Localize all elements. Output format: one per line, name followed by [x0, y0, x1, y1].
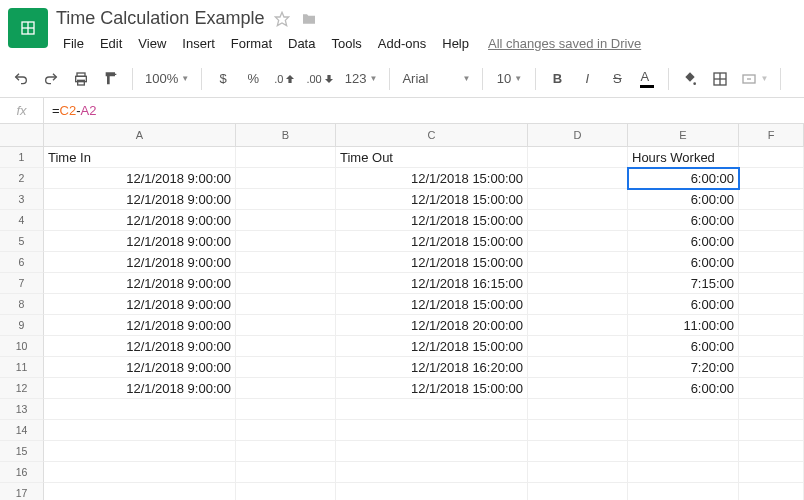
cell[interactable]: [628, 420, 739, 441]
cell[interactable]: [739, 168, 804, 189]
cell[interactable]: 12/1/2018 9:00:00: [44, 336, 236, 357]
cell[interactable]: 6:00:00: [628, 378, 739, 399]
row-header[interactable]: 13: [0, 399, 44, 420]
cell[interactable]: 12/1/2018 20:00:00: [336, 315, 528, 336]
cell[interactable]: 7:20:00: [628, 357, 739, 378]
cell[interactable]: 12/1/2018 16:15:00: [336, 273, 528, 294]
cell[interactable]: [628, 399, 739, 420]
cell[interactable]: [236, 315, 336, 336]
cell[interactable]: 6:00:00: [628, 336, 739, 357]
row-header[interactable]: 6: [0, 252, 44, 273]
menu-data[interactable]: Data: [281, 33, 322, 54]
cell[interactable]: [236, 231, 336, 252]
cell[interactable]: 12/1/2018 9:00:00: [44, 252, 236, 273]
cell[interactable]: [739, 357, 804, 378]
redo-icon[interactable]: [38, 65, 64, 93]
cell[interactable]: 12/1/2018 15:00:00: [336, 294, 528, 315]
menu-view[interactable]: View: [131, 33, 173, 54]
cell[interactable]: [528, 483, 628, 500]
cell[interactable]: [336, 462, 528, 483]
cell[interactable]: 12/1/2018 9:00:00: [44, 273, 236, 294]
cell[interactable]: 12/1/2018 15:00:00: [336, 168, 528, 189]
cell[interactable]: [739, 189, 804, 210]
font-size-dropdown[interactable]: 10▼: [491, 65, 527, 93]
font-family-dropdown[interactable]: Arial▼: [398, 65, 474, 93]
row-header[interactable]: 9: [0, 315, 44, 336]
fill-color-icon[interactable]: [677, 65, 703, 93]
row-header[interactable]: 15: [0, 441, 44, 462]
cell[interactable]: 6:00:00: [628, 210, 739, 231]
cell[interactable]: [528, 357, 628, 378]
cell[interactable]: 11:00:00: [628, 315, 739, 336]
cell[interactable]: 12/1/2018 15:00:00: [336, 231, 528, 252]
undo-icon[interactable]: [8, 65, 34, 93]
cell[interactable]: Time In: [44, 147, 236, 168]
cell[interactable]: 12/1/2018 9:00:00: [44, 357, 236, 378]
menu-file[interactable]: File: [56, 33, 91, 54]
menu-format[interactable]: Format: [224, 33, 279, 54]
cell[interactable]: [739, 315, 804, 336]
row-header[interactable]: 17: [0, 483, 44, 500]
column-header[interactable]: A: [44, 124, 236, 147]
row-header[interactable]: 8: [0, 294, 44, 315]
cell[interactable]: [528, 378, 628, 399]
star-icon[interactable]: [274, 11, 290, 27]
cell[interactable]: [236, 168, 336, 189]
row-header[interactable]: 2: [0, 168, 44, 189]
cell[interactable]: [528, 315, 628, 336]
cell[interactable]: 6:00:00: [628, 168, 739, 189]
cell[interactable]: 6:00:00: [628, 231, 739, 252]
cell[interactable]: [236, 399, 336, 420]
bold-button[interactable]: B: [544, 65, 570, 93]
cell[interactable]: [528, 336, 628, 357]
cell[interactable]: [236, 294, 336, 315]
cell[interactable]: [236, 357, 336, 378]
cell[interactable]: [236, 462, 336, 483]
italic-button[interactable]: I: [574, 65, 600, 93]
row-header[interactable]: 5: [0, 231, 44, 252]
cell[interactable]: 12/1/2018 15:00:00: [336, 210, 528, 231]
cell[interactable]: [236, 378, 336, 399]
cell[interactable]: [236, 147, 336, 168]
cell[interactable]: [528, 147, 628, 168]
cell[interactable]: [739, 273, 804, 294]
cell[interactable]: [739, 420, 804, 441]
zoom-dropdown[interactable]: 100%▼: [141, 65, 193, 93]
row-header[interactable]: 7: [0, 273, 44, 294]
cell[interactable]: 12/1/2018 16:20:00: [336, 357, 528, 378]
cell[interactable]: [628, 462, 739, 483]
cell[interactable]: [739, 252, 804, 273]
cell[interactable]: 12/1/2018 9:00:00: [44, 231, 236, 252]
cell[interactable]: [528, 441, 628, 462]
cell[interactable]: [44, 483, 236, 500]
cell[interactable]: [236, 210, 336, 231]
cell[interactable]: [236, 483, 336, 500]
cell[interactable]: [528, 210, 628, 231]
cell[interactable]: 12/1/2018 9:00:00: [44, 315, 236, 336]
row-header[interactable]: 10: [0, 336, 44, 357]
cell[interactable]: 12/1/2018 9:00:00: [44, 189, 236, 210]
strikethrough-button[interactable]: S: [604, 65, 630, 93]
cell[interactable]: [528, 462, 628, 483]
cell[interactable]: 12/1/2018 15:00:00: [336, 336, 528, 357]
format-percent-button[interactable]: %: [240, 65, 266, 93]
number-format-dropdown[interactable]: 123▼: [341, 65, 382, 93]
column-header[interactable]: B: [236, 124, 336, 147]
cell[interactable]: [739, 210, 804, 231]
row-header[interactable]: 4: [0, 210, 44, 231]
menu-insert[interactable]: Insert: [175, 33, 222, 54]
cell[interactable]: [739, 336, 804, 357]
cell[interactable]: [336, 399, 528, 420]
borders-icon[interactable]: [707, 65, 733, 93]
cell[interactable]: [739, 231, 804, 252]
save-status[interactable]: All changes saved in Drive: [488, 36, 641, 51]
cell[interactable]: [336, 483, 528, 500]
cell[interactable]: [236, 252, 336, 273]
cell[interactable]: [236, 336, 336, 357]
cell[interactable]: [528, 294, 628, 315]
menu-edit[interactable]: Edit: [93, 33, 129, 54]
cell[interactable]: [44, 399, 236, 420]
cell[interactable]: 6:00:00: [628, 189, 739, 210]
cell[interactable]: [739, 378, 804, 399]
cell[interactable]: [628, 441, 739, 462]
